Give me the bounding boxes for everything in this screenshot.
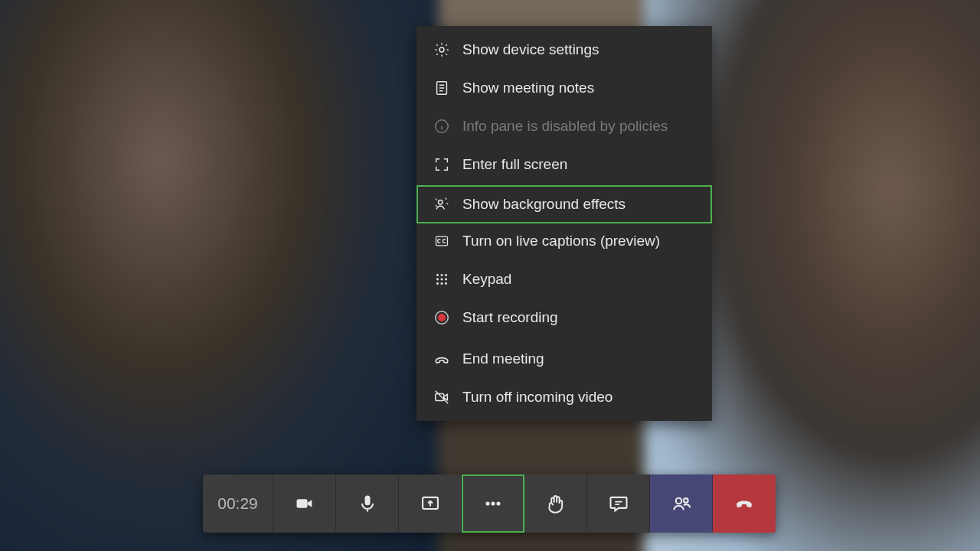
svg-point-7 (445, 274, 447, 276)
gear-icon (433, 41, 450, 58)
menu-item-live-captions[interactable]: Turn on live captions (preview) (416, 222, 712, 260)
svg-point-9 (441, 279, 443, 281)
svg-point-12 (441, 282, 443, 285)
menu-item-label: Show device settings (462, 41, 599, 58)
microphone-icon (357, 492, 378, 515)
more-actions-button[interactable] (462, 474, 524, 533)
hand-icon (545, 492, 567, 515)
svg-rect-17 (296, 499, 307, 508)
menu-item-label: Show background effects (462, 196, 626, 213)
svg-point-23 (675, 498, 681, 504)
svg-point-11 (436, 282, 439, 285)
menu-item-label: End meeting (462, 350, 544, 367)
svg-point-3 (438, 201, 443, 205)
keypad-icon (433, 271, 450, 288)
notes-icon (433, 80, 450, 96)
menu-item-label: Enter full screen (462, 156, 567, 173)
video-off-icon (433, 389, 450, 406)
menu-item-label: Turn on live captions (preview) (462, 233, 660, 249)
camera-icon (293, 493, 316, 514)
menu-item-end-meeting[interactable]: End meeting (416, 340, 712, 378)
menu-item-label: Turn off incoming video (462, 389, 612, 406)
hang-up-icon (731, 493, 757, 514)
menu-item-label: Show meeting notes (462, 80, 594, 96)
record-icon (433, 309, 450, 326)
more-actions-menu: Show device settings Show meeting notes … (416, 26, 712, 421)
svg-point-13 (445, 282, 447, 285)
participant-video-left (0, 0, 439, 551)
raise-hand-button[interactable] (524, 474, 587, 533)
menu-item-info-pane-disabled: Info pane is disabled by policies (416, 107, 712, 145)
svg-rect-18 (364, 496, 370, 506)
camera-toggle-button[interactable] (273, 474, 336, 533)
chat-button[interactable] (587, 474, 650, 533)
menu-item-label: Info pane is disabled by policies (462, 118, 668, 135)
svg-point-5 (436, 274, 439, 276)
share-screen-button[interactable] (399, 474, 462, 533)
background-effects-icon (433, 196, 450, 213)
menu-item-start-recording[interactable]: Start recording (416, 298, 712, 337)
participants-button[interactable] (650, 474, 713, 533)
end-call-icon (433, 350, 450, 367)
call-timer: 00:29 (203, 474, 273, 533)
menu-item-label: Keypad (462, 271, 511, 288)
svg-point-15 (438, 314, 446, 321)
menu-item-background-effects[interactable]: Show background effects (416, 185, 712, 223)
hang-up-button[interactable] (713, 474, 776, 533)
chat-icon (607, 493, 630, 514)
svg-point-22 (496, 501, 500, 505)
svg-point-10 (445, 279, 447, 281)
call-timer-value: 00:29 (217, 494, 258, 513)
mic-toggle-button[interactable] (336, 474, 399, 533)
svg-point-21 (491, 501, 495, 505)
svg-point-0 (439, 47, 444, 52)
menu-item-device-settings[interactable]: Show device settings (416, 31, 712, 69)
cc-icon (433, 233, 450, 249)
svg-point-6 (441, 274, 443, 276)
menu-item-label: Start recording (462, 309, 558, 326)
menu-item-turn-off-incoming-video[interactable]: Turn off incoming video (416, 378, 712, 416)
svg-point-20 (485, 501, 489, 505)
meeting-toolbar: 00:29 (203, 474, 776, 533)
people-icon (670, 493, 693, 514)
menu-item-keypad[interactable]: Keypad (416, 260, 712, 298)
fullscreen-icon (433, 156, 450, 173)
svg-point-24 (684, 498, 688, 503)
menu-item-full-screen[interactable]: Enter full screen (416, 145, 712, 184)
svg-point-8 (436, 279, 439, 281)
share-icon (419, 493, 442, 514)
menu-item-meeting-notes[interactable]: Show meeting notes (416, 69, 712, 107)
info-icon (433, 118, 450, 135)
more-icon (482, 493, 505, 514)
